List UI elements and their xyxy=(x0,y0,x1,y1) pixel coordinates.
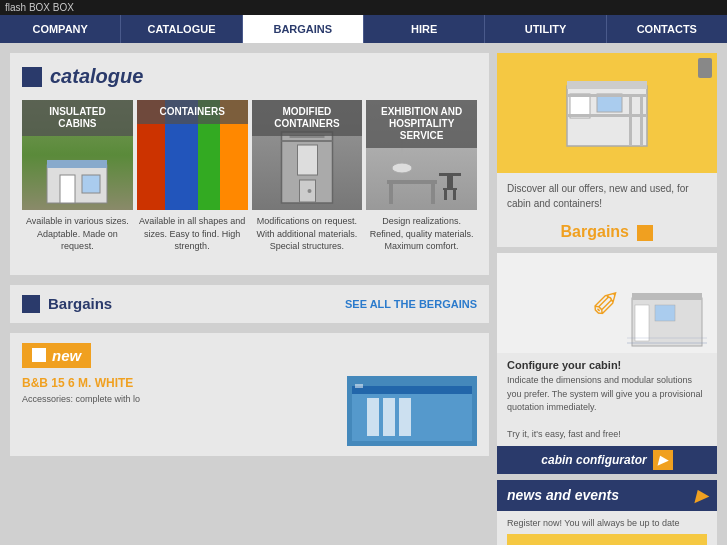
exhibition-label: EXHIBITION ANDHOSPITALITYSERVICE xyxy=(366,100,477,148)
svg-rect-42 xyxy=(507,534,707,545)
configurator-widget: ✏ Configure your cabin! Indicate the dim… xyxy=(497,253,717,474)
bargains-widget-text: Discover all our offers, new and used, f… xyxy=(497,173,717,219)
new-content: B&B 15 6 M. WHITE Accessories: complete … xyxy=(22,376,477,446)
svg-rect-6 xyxy=(281,140,332,142)
nav-catalogue[interactable]: CATALOGUE xyxy=(121,15,242,43)
category-grid: INSULATEDCABINS Available in various siz… xyxy=(22,100,477,253)
svg-rect-24 xyxy=(367,398,379,436)
container-desc: Available in all shapes and sizes. Easy … xyxy=(137,215,248,253)
svg-rect-2 xyxy=(60,175,75,203)
catalogue-title: catalogue xyxy=(50,65,143,88)
bargains-bar: Bargains SEE ALL THE BERGAINS xyxy=(10,285,489,323)
container-label: CONTAINERS xyxy=(137,100,248,124)
new-product-desc: Accessories: complete with lo xyxy=(22,393,339,406)
main-content: catalogue INSULATEDCABIN xyxy=(0,43,727,545)
news-title: news and events xyxy=(507,487,619,503)
svg-rect-33 xyxy=(567,114,647,117)
exhibition-image: EXHIBITION ANDHOSPITALITYSERVICE xyxy=(366,100,477,210)
news-content: Register now! You will always be up to d… xyxy=(497,511,717,546)
new-label: new xyxy=(52,347,81,364)
catalogue-header: catalogue xyxy=(22,65,477,88)
top-bar: flash BOX BOX xyxy=(0,0,727,15)
nav-contacts[interactable]: CONTACTS xyxy=(607,15,727,43)
news-image xyxy=(507,534,707,545)
svg-rect-29 xyxy=(567,81,647,89)
svg-rect-10 xyxy=(387,180,437,184)
container-image: CONTAINERS xyxy=(137,100,248,210)
svg-rect-32 xyxy=(567,94,647,97)
modified-desc: Modifications on request. With additiona… xyxy=(252,215,363,253)
svg-rect-17 xyxy=(453,190,456,200)
svg-rect-26 xyxy=(399,398,411,436)
svg-rect-35 xyxy=(640,94,643,146)
svg-rect-7 xyxy=(297,145,317,175)
cabin-desc: Available in various sizes. Adaptable. M… xyxy=(22,215,133,253)
news-desc: Register now! You will always be up to d… xyxy=(507,517,707,531)
category-exhibition[interactable]: EXHIBITION ANDHOSPITALITYSERVICE Design … xyxy=(366,100,477,253)
nav-utility[interactable]: UTILITY xyxy=(485,15,606,43)
news-header: news and events ▶ xyxy=(497,480,717,511)
navigation: COMPANY CATALOGUE BARGAINS HIRE UTILITY … xyxy=(0,15,727,43)
exhibition-desc: Design realizations. Refined, quality ma… xyxy=(366,215,477,253)
cabin-label: INSULATEDCABINS xyxy=(22,100,133,136)
new-icon xyxy=(32,348,46,362)
svg-point-19 xyxy=(392,163,412,173)
svg-point-9 xyxy=(307,189,311,193)
bargains-widget: Discover all our offers, new and used, f… xyxy=(497,53,717,247)
new-text: B&B 15 6 M. WHITE Accessories: complete … xyxy=(22,376,339,446)
configurator-desc: Indicate the dimensions and modular solu… xyxy=(507,374,707,442)
news-widget: news and events ▶ Register now! You will… xyxy=(497,480,717,546)
bargains-widget-image xyxy=(497,53,717,173)
svg-rect-15 xyxy=(443,188,457,190)
category-modified[interactable]: MODIFIEDCONTAINERS Modifications on requ… xyxy=(252,100,363,253)
top-bar-title: flash BOX BOX xyxy=(5,2,74,13)
svg-rect-37 xyxy=(632,293,702,300)
svg-rect-13 xyxy=(439,173,461,176)
configurator-title: Configure your cabin! xyxy=(507,359,707,371)
bargains-discover-text: Discover all our offers, new and used, f… xyxy=(507,183,689,209)
new-product-image xyxy=(347,376,477,446)
category-insulated-cabins[interactable]: INSULATEDCABINS Available in various siz… xyxy=(22,100,133,253)
svg-rect-3 xyxy=(82,175,100,193)
new-section: new B&B 15 6 M. WHITE Accessories: compl… xyxy=(10,333,489,456)
configurator-image: ✏ xyxy=(497,253,717,353)
bargains-bar-left: Bargains xyxy=(22,295,112,313)
svg-rect-38 xyxy=(635,305,649,341)
modified-label: MODIFIEDCONTAINERS xyxy=(252,100,363,136)
left-content: catalogue INSULATEDCABIN xyxy=(10,53,497,545)
catalogue-icon xyxy=(22,67,42,87)
clip-icon xyxy=(698,58,712,78)
bargains-widget-title[interactable]: Bargains xyxy=(497,219,717,247)
svg-rect-11 xyxy=(389,184,393,204)
configurator-text-block: Configure your cabin! Indicate the dimen… xyxy=(497,353,717,446)
svg-rect-1 xyxy=(47,160,107,168)
bargains-bar-label: Bargains xyxy=(48,295,112,312)
nav-hire[interactable]: HIRE xyxy=(364,15,485,43)
configurator-footer[interactable]: cabin configurator ▶ xyxy=(497,446,717,474)
bargains-orange-square xyxy=(637,225,653,241)
nav-company[interactable]: COMPANY xyxy=(0,15,121,43)
pencil-icon: ✏ xyxy=(582,278,633,329)
svg-rect-12 xyxy=(431,184,435,204)
news-arrow-icon: ▶ xyxy=(695,486,707,505)
svg-rect-25 xyxy=(383,398,395,436)
category-containers[interactable]: CONTAINERS Available in all shapes and s… xyxy=(137,100,248,253)
see-all-bargains-link[interactable]: SEE ALL THE BERGAINS xyxy=(345,298,477,310)
configurator-footer-label: cabin configurator xyxy=(541,453,646,467)
svg-rect-16 xyxy=(444,190,447,200)
svg-rect-34 xyxy=(629,94,632,146)
configurator-arrow-icon[interactable]: ▶ xyxy=(653,450,673,470)
bargains-icon xyxy=(22,295,40,313)
nav-bargains[interactable]: BARGAINS xyxy=(243,15,364,43)
modified-image: MODIFIEDCONTAINERS xyxy=(252,100,363,210)
cabin-image: INSULATEDCABINS xyxy=(22,100,133,210)
svg-rect-14 xyxy=(447,176,453,188)
new-product-title[interactable]: B&B 15 6 M. WHITE xyxy=(22,376,339,390)
svg-rect-39 xyxy=(655,305,675,321)
new-header: new xyxy=(22,343,91,368)
right-sidebar: Discover all our offers, new and used, f… xyxy=(497,53,717,545)
catalogue-section: catalogue INSULATEDCABIN xyxy=(10,53,489,275)
svg-rect-22 xyxy=(352,386,472,394)
svg-rect-23 xyxy=(355,384,363,388)
